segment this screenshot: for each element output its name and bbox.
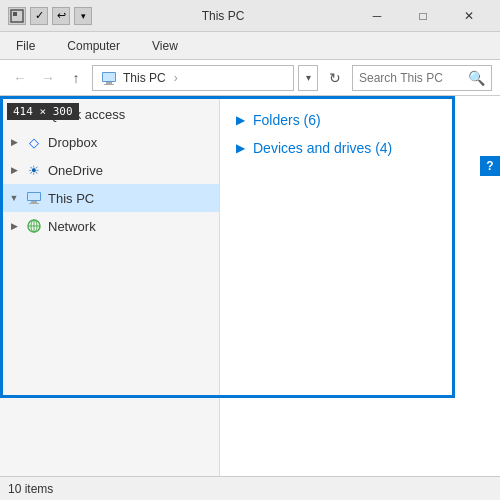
sidebar-item-dropbox[interactable]: ▶ ◇ Dropbox <box>0 128 219 156</box>
folders-expand-icon: ▶ <box>236 113 245 127</box>
ribbon-tab-view[interactable]: View <box>144 35 186 57</box>
window-icon <box>8 7 26 25</box>
title-bar: ✓ ↩ ▾ This PC ─ □ ✕ <box>0 0 500 32</box>
svg-marker-6 <box>28 108 40 119</box>
quick-access-icon <box>26 106 42 122</box>
dropbox-icon: ◇ <box>26 134 42 150</box>
help-button[interactable]: ? <box>480 156 500 176</box>
window-title: This PC <box>92 9 354 23</box>
svg-rect-3 <box>106 82 112 84</box>
search-input[interactable] <box>359 71 464 85</box>
expand-icon-quick-access: ▶ <box>8 108 20 120</box>
title-bar-controls: ─ □ ✕ <box>354 0 492 32</box>
sidebar-item-quick-access[interactable]: ▶ Quick access <box>0 100 219 128</box>
quick-access-toolbar-2[interactable]: ↩ <box>52 7 70 25</box>
minimize-button[interactable]: ─ <box>354 0 400 32</box>
drives-section-header[interactable]: ▶ Devices and drives (4) <box>236 140 484 156</box>
search-box: 🔍 <box>352 65 492 91</box>
thispc-icon <box>26 190 42 206</box>
drives-section-title: Devices and drives (4) <box>253 140 392 156</box>
drives-expand-icon: ▶ <box>236 141 245 155</box>
svg-rect-1 <box>13 12 17 16</box>
back-button[interactable]: ← <box>8 66 32 90</box>
status-bar: 10 items <box>0 476 500 500</box>
sidebar-label-quick-access: Quick access <box>48 107 125 122</box>
expand-icon-thispc: ▼ <box>8 192 20 204</box>
breadcrumb-thispc: This PC <box>123 71 166 85</box>
sidebar-label-thispc: This PC <box>48 191 94 206</box>
address-dropdown[interactable]: ▾ <box>298 65 318 91</box>
breadcrumb-separator: › <box>174 71 178 85</box>
expand-icon-onedrive: ▶ <box>8 164 20 176</box>
file-explorer-window: ✓ ↩ ▾ This PC ─ □ ✕ File Computer View ←… <box>0 0 500 500</box>
expand-icon-network: ▶ <box>8 220 20 232</box>
sidebar-label-dropbox: Dropbox <box>48 135 97 150</box>
forward-button[interactable]: → <box>36 66 60 90</box>
quick-access-expand[interactable]: ▾ <box>74 7 92 25</box>
sidebar-item-this-pc[interactable]: ▼ This PC <box>0 184 219 212</box>
ribbon: File Computer View <box>0 32 500 60</box>
ribbon-tab-computer[interactable]: Computer <box>59 35 128 57</box>
ribbon-tab-file[interactable]: File <box>8 35 43 57</box>
search-icon[interactable]: 🔍 <box>468 70 485 86</box>
right-pane: ▶ Folders (6) ▶ Devices and drives (4) <box>220 96 500 476</box>
sidebar-item-onedrive[interactable]: ▶ ☀ OneDrive <box>0 156 219 184</box>
refresh-button[interactable]: ↻ <box>322 65 348 91</box>
svg-rect-8 <box>31 201 37 203</box>
sidebar-label-onedrive: OneDrive <box>48 163 103 178</box>
status-text: 10 items <box>8 482 53 496</box>
network-icon <box>26 218 42 234</box>
title-bar-icons: ✓ ↩ ▾ <box>8 7 92 25</box>
maximize-button[interactable]: □ <box>400 0 446 32</box>
svg-rect-4 <box>104 84 114 85</box>
folders-section-title: Folders (6) <box>253 112 321 128</box>
expand-icon-dropbox: ▶ <box>8 136 20 148</box>
onedrive-icon: ☀ <box>26 162 42 178</box>
svg-rect-5 <box>103 73 115 81</box>
sidebar-label-network: Network <box>48 219 96 234</box>
svg-rect-9 <box>29 203 39 204</box>
main-content: 414 × 300 ▶ Quick access ▶ ◇ Dropbox <box>0 96 500 476</box>
address-bar: ← → ↑ This PC › ▾ ↻ 🔍 <box>0 60 500 96</box>
up-button[interactable]: ↑ <box>64 66 88 90</box>
thispc-small-icon <box>101 70 117 86</box>
sidebar-item-network[interactable]: ▶ Network <box>0 212 219 240</box>
quick-access-toolbar-1[interactable]: ✓ <box>30 7 48 25</box>
address-path[interactable]: This PC › <box>92 65 294 91</box>
svg-rect-10 <box>28 193 40 200</box>
folders-section-header[interactable]: ▶ Folders (6) <box>236 112 484 128</box>
close-button[interactable]: ✕ <box>446 0 492 32</box>
sidebar: ▶ Quick access ▶ ◇ Dropbox ▶ ☀ OneDrive <box>0 96 220 476</box>
